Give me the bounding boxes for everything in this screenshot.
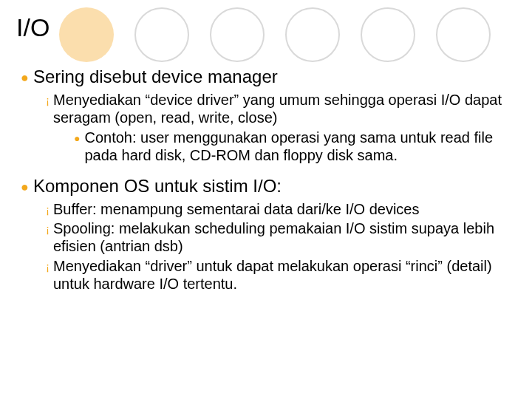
slide-content: I/O ● Sering disebut device manager ¡ Me… [0,0,532,293]
list-text: Menyediakan “driver” untuk dapat melakuk… [53,257,517,293]
hollow-circle-icon: ¡ [46,94,50,127]
list-text: Sering disebut device manager [33,66,517,88]
hollow-circle-icon: ¡ [46,222,50,256]
disc-bullet-icon: ● [21,69,29,88]
slide-title: I/O [16,13,517,42]
list-item: ● Contoh: user menggunakan operasi yang … [16,129,517,165]
list-item: ¡ Menyediakan “device driver” yang umum … [16,91,517,127]
disc-bullet-icon: ● [21,179,29,197]
hollow-circle-icon: ¡ [46,260,50,293]
disc-bullet-icon: ● [74,132,80,165]
list-text: Spooling: melakukan scheduling pemakaian… [53,219,517,256]
list-text: Contoh: user menggunakan operasi yang sa… [84,129,517,165]
list-item: ¡ Buffer: menampung sementarai data dari… [16,200,517,218]
list-item: ● Sering disebut device manager [16,66,517,88]
list-text: Buffer: menampung sementarai data dari/k… [53,200,517,218]
list-item: ¡ Menyediakan “driver” untuk dapat melak… [16,257,517,293]
section-1: ● Sering disebut device manager ¡ Menyed… [16,66,517,165]
list-item: ¡ Spooling: melakukan scheduling pemakai… [16,219,517,256]
list-text: Komponen OS untuk sistim I/O: [33,175,517,197]
hollow-circle-icon: ¡ [46,203,50,218]
list-item: ● Komponen OS untuk sistim I/O: [16,175,517,197]
list-text: Menyediakan “device driver” yang umum se… [53,91,517,127]
section-2: ● Komponen OS untuk sistim I/O: ¡ Buffer… [16,175,517,293]
